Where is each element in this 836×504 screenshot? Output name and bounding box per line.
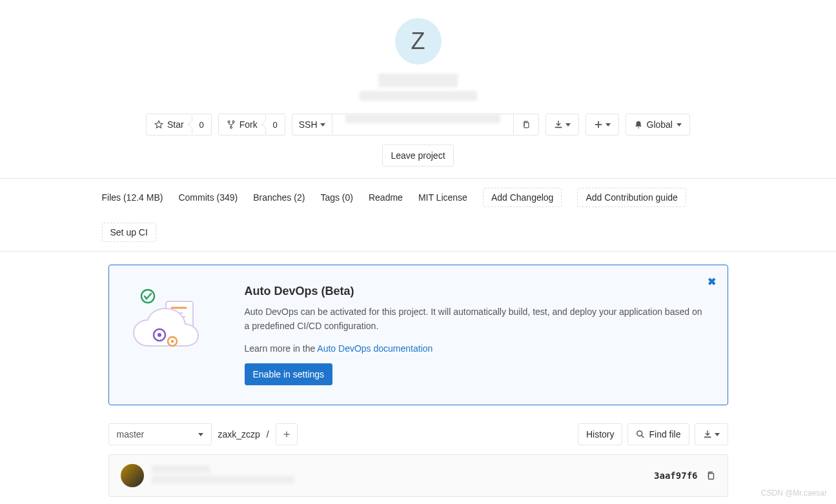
fork-icon (227, 120, 236, 129)
project-name: xxxxxx xxxxxxx (0, 74, 836, 87)
chevron-down-icon (715, 433, 720, 436)
stat-license[interactable]: MIT License (418, 192, 467, 203)
devops-learn-more: Learn more in the Auto DevOps documentat… (245, 341, 708, 356)
devops-title: Auto DevOps (Beta) (245, 285, 708, 298)
repo-controls: master zaxk_zczp / History Find file (108, 423, 728, 445)
add-contribution-button[interactable]: Add Contribution guide (577, 188, 686, 207)
download-icon (554, 120, 563, 129)
download-source-button[interactable] (695, 423, 728, 445)
svg-rect-16 (708, 474, 713, 479)
download-icon (703, 430, 712, 439)
stat-tags[interactable]: Tags (0) (320, 192, 353, 203)
notification-label: Global (647, 119, 673, 130)
find-file-label: Find file (649, 429, 680, 439)
devops-description: Auto DevOps can be activated for this pr… (245, 305, 708, 334)
plus-icon (594, 120, 603, 129)
breadcrumb-separator: / (267, 429, 269, 439)
stat-files[interactable]: Files (12.4 MB) (102, 192, 163, 203)
find-file-button[interactable]: Find file (627, 423, 689, 445)
stat-readme[interactable]: Readme (369, 192, 403, 203)
svg-point-14 (637, 431, 642, 436)
svg-rect-15 (704, 437, 711, 438)
clone-group: SSH (292, 114, 539, 136)
enable-devops-button[interactable]: Enable in settings (245, 363, 333, 385)
svg-rect-3 (524, 123, 528, 128)
branch-label: master (117, 429, 145, 439)
svg-point-1 (232, 121, 234, 123)
fork-count[interactable]: 0 (266, 114, 285, 136)
chevron-down-icon (320, 123, 325, 126)
project-subtitle: xxxxxxxxxxxxxxxxxxxxxxxxxxxx (0, 91, 836, 101)
search-icon (636, 430, 645, 439)
copy-url-button[interactable] (513, 114, 539, 136)
download-button[interactable] (545, 114, 579, 136)
devops-illustration (128, 285, 219, 362)
last-commit-box: 3aaf97f6 (108, 454, 728, 497)
star-icon (154, 120, 163, 129)
commit-message[interactable] (152, 465, 294, 486)
svg-point-13 (170, 340, 174, 343)
copy-sha-button[interactable] (706, 470, 716, 481)
star-label: Star (167, 119, 184, 130)
commit-author-avatar[interactable] (121, 464, 144, 487)
project-actions: Star 0 Fork 0 SSH (0, 114, 836, 136)
stats-bar: Files (12.4 MB) Commits (349) Branches (… (0, 178, 836, 252)
clone-url-input[interactable] (332, 114, 513, 136)
chevron-down-icon (677, 123, 682, 126)
plus-icon (283, 430, 291, 438)
fork-button[interactable]: Fork (218, 114, 266, 136)
bell-icon (634, 120, 643, 129)
svg-point-0 (228, 121, 230, 123)
star-count[interactable]: 0 (192, 114, 212, 136)
chevron-down-icon (198, 433, 203, 436)
chevron-down-icon (606, 123, 611, 126)
notification-button[interactable]: Global (626, 114, 690, 136)
close-banner-button[interactable]: ✖ (708, 276, 716, 288)
stat-commits[interactable]: Commits (349) (178, 192, 238, 203)
copy-icon (522, 120, 531, 129)
fork-label: Fork (240, 119, 258, 130)
setup-ci-button[interactable]: Set up CI (102, 223, 156, 242)
chevron-down-icon (566, 123, 571, 126)
svg-rect-4 (555, 127, 562, 128)
leave-project-button[interactable]: Leave project (382, 145, 453, 166)
stat-branches[interactable]: Branches (2) (253, 192, 305, 203)
add-changelog-button[interactable]: Add Changelog (483, 188, 562, 207)
add-button[interactable] (586, 114, 619, 136)
add-file-button[interactable] (276, 423, 298, 445)
clone-protocol-label: SSH (299, 119, 318, 130)
svg-point-11 (158, 333, 161, 337)
project-avatar: Z (395, 18, 442, 65)
star-button[interactable]: Star (146, 114, 192, 136)
devops-doc-link[interactable]: Auto DevOps documentation (317, 343, 433, 354)
devops-banner: ✖ Auto DevOps (Beta) Aut (108, 265, 728, 405)
clone-protocol-select[interactable]: SSH (292, 114, 332, 136)
commit-sha[interactable]: 3aaf97f6 (654, 470, 697, 481)
breadcrumb-root[interactable]: zaxk_zczp (218, 429, 260, 439)
svg-point-2 (230, 126, 232, 128)
branch-select[interactable]: master (108, 423, 212, 445)
history-button[interactable]: History (578, 423, 623, 445)
